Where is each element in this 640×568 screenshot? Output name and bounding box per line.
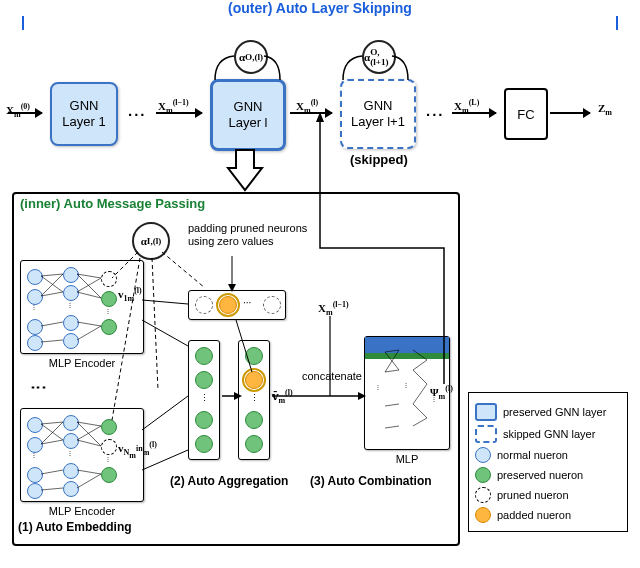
svg-line-33	[413, 370, 427, 384]
gnnlp1-l2: Layer l+1	[351, 114, 405, 130]
xconcat-label: Xm(l−1)	[318, 300, 349, 317]
svg-marker-0	[228, 150, 262, 190]
svg-line-21	[77, 426, 101, 440]
svg-line-27	[385, 350, 399, 372]
legend-preserved-neuron: preserved nueron	[475, 467, 621, 483]
arrow-x0	[8, 112, 42, 114]
svg-line-18	[41, 488, 63, 490]
svg-line-14	[41, 424, 63, 440]
skipped-label: (skipped)	[350, 152, 408, 167]
agg-box-padded: ···	[188, 290, 286, 320]
legend-swatch-padded	[475, 507, 491, 523]
outer-title-text: (outer) Auto Layer Skipping	[222, 0, 418, 16]
gnn1-l2: Layer 1	[62, 114, 105, 130]
svg-line-5	[41, 322, 63, 326]
svg-line-2	[41, 276, 63, 292]
svg-line-28	[385, 370, 399, 372]
concat-hint: concatenate	[302, 370, 362, 382]
legend-pruned-neuron: pruned nueron	[475, 487, 621, 503]
svg-line-22	[77, 440, 101, 446]
arrow-xL	[452, 112, 496, 114]
section-1-label: (1) Auto Embedding	[18, 520, 132, 534]
arrow-xlm1	[156, 112, 202, 114]
encoder-vdots: ⋮	[30, 380, 48, 397]
gnn-layer-1: GNN Layer 1	[50, 82, 118, 146]
legend-preserved-layer: preserved GNN layer	[475, 403, 621, 421]
section-3-label: (3) Auto Combination	[310, 474, 432, 488]
svg-line-35	[413, 404, 427, 418]
legend-text: preserved nueron	[497, 469, 583, 481]
outer-title: (outer) Auto Layer Skipping	[0, 0, 640, 16]
alpha-I-l: αI,(l)	[132, 222, 170, 260]
gnn-layer-l: GNN Layer l	[210, 79, 286, 151]
zm-label: Zm	[598, 102, 612, 117]
legend-swatch-normal	[475, 447, 491, 463]
x0-label: Xm(0)	[6, 102, 30, 119]
agg-box-col1: ⋮	[188, 340, 220, 460]
dots-1: ···	[128, 106, 147, 123]
gnn1-l1: GNN	[70, 98, 99, 114]
svg-line-12	[77, 326, 101, 340]
gnn-layer-lp1-skipped: GNN Layer l+1	[340, 79, 416, 149]
psi-label: Ψm(l)	[430, 384, 453, 401]
fc-box: FC	[504, 88, 548, 140]
svg-line-24	[77, 474, 101, 488]
legend-text: pruned nueron	[497, 489, 569, 501]
legend-swatch-preserved	[475, 467, 491, 483]
legend-text: padded nueron	[497, 509, 571, 521]
section-2-label: (2) Auto Aggregation	[170, 474, 288, 488]
padding-hint: padding pruned neurons using zero values	[188, 222, 307, 248]
legend-skipped-layer: skipped GNN layer	[475, 425, 621, 443]
legend-text: preserved GNN layer	[503, 406, 606, 418]
legend-text: skipped GNN layer	[503, 428, 595, 440]
mlp-encoder-2-label: MLP Encoder	[21, 505, 143, 517]
svg-line-32	[413, 360, 427, 370]
mlp-encoder-1: ⋮ ⋮ ⋮ MLP Encoder	[20, 260, 144, 354]
legend: preserved GNN layer skipped GNN layer no…	[468, 392, 628, 532]
v1-label: v1m(l)	[118, 286, 142, 303]
svg-line-36	[413, 418, 427, 426]
agg-box-col2: ⋮	[238, 340, 270, 460]
svg-line-31	[413, 350, 427, 360]
arrow-zm	[550, 112, 590, 114]
legend-swatch-preserved-layer	[475, 403, 497, 421]
gnnl-l2: Layer l	[228, 115, 267, 131]
svg-line-9	[77, 278, 101, 292]
legend-swatch-pruned	[475, 487, 491, 503]
diagram-canvas: (outer) Auto Layer Skipping Xm(0) GNN La…	[0, 0, 640, 568]
svg-line-10	[77, 292, 101, 298]
mlp-comb-label: MLP	[365, 453, 449, 465]
alpha-O-lp1: αO,(l+1)	[362, 40, 396, 74]
svg-line-25	[385, 350, 399, 352]
svg-line-23	[77, 470, 101, 474]
svg-line-6	[41, 340, 63, 342]
vN-label: vNminm(l)	[118, 440, 157, 459]
svg-line-11	[77, 322, 101, 326]
svg-line-29	[385, 404, 399, 406]
svg-line-1	[41, 274, 63, 276]
inner-title: (inner) Auto Message Passing	[20, 196, 205, 211]
outer-bracket	[22, 14, 618, 30]
svg-line-34	[413, 384, 427, 404]
svg-line-30	[385, 426, 399, 428]
svg-line-17	[41, 470, 63, 474]
dots-2: ···	[426, 106, 445, 123]
gnnl-l1: GNN	[234, 99, 263, 115]
legend-text: normal nueron	[497, 449, 568, 461]
svg-line-13	[41, 422, 63, 424]
outer-pipeline: Xm(0) GNN Layer 1 ··· Xm(l−1) GNN Layer …	[6, 76, 634, 150]
legend-normal-neuron: normal nueron	[475, 447, 621, 463]
mlp-encoder-1-label: MLP Encoder	[21, 357, 143, 369]
alpha-O-l: αO,(l)	[234, 40, 268, 74]
arrow-xl	[290, 112, 332, 114]
gnnlp1-l1: GNN	[364, 98, 393, 114]
legend-swatch-skipped-layer	[475, 425, 497, 443]
vbar-label: v̄m(l)	[272, 388, 293, 405]
legend-padded-neuron: padded nueron	[475, 507, 621, 523]
